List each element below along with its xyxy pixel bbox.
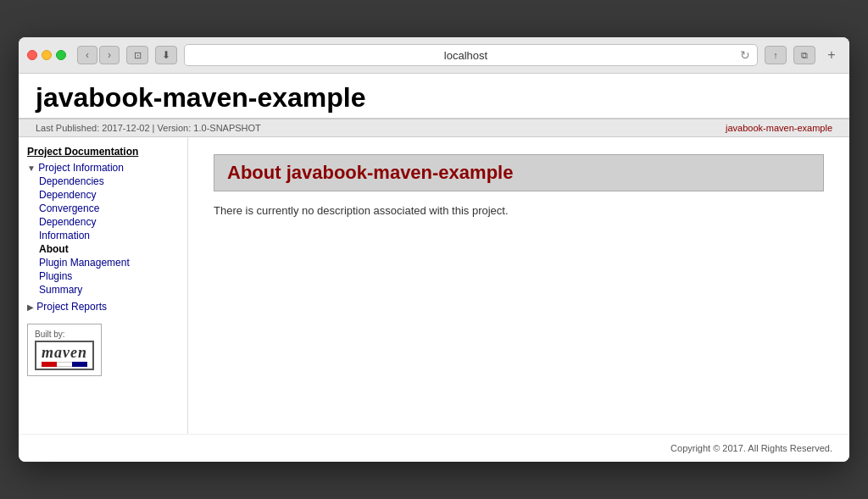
sidebar-item-dependency-2[interactable]: Dependency [39, 215, 179, 229]
sidebar-item-plugins[interactable]: Plugins [39, 269, 179, 283]
sidebar-item-project-reports[interactable]: ▶ Project Reports [27, 300, 179, 313]
sidebar-label-about: About [39, 243, 69, 255]
close-button[interactable] [27, 50, 37, 60]
back-icon: ‹ [86, 49, 89, 61]
maven-stripe [42, 362, 87, 367]
sidebar-link-dependency-1[interactable]: Dependency [39, 189, 96, 201]
sidebar-link-convergence[interactable]: Convergence [39, 202, 99, 214]
sidebar-item-plugin-management[interactable]: Plugin Management [39, 256, 179, 269]
page: javabook-maven-example Last Published: 2… [19, 74, 849, 462]
meta-info: Last Published: 2017-12-02 | Version: 1.… [36, 123, 261, 133]
sidebar-sub-items: Dependencies Dependency Convergence Depe… [39, 175, 179, 297]
tree-arrow-right: ▶ [27, 302, 34, 312]
sidebar-item-about[interactable]: About [39, 242, 179, 256]
tab-view-button[interactable]: ⊡ [126, 46, 148, 64]
sidebar-item-project-info[interactable]: ▼ Project Information [27, 161, 179, 175]
share-icon: ↑ [773, 50, 778, 60]
browser-window: ‹ › ⊡ ⬇ ↻ ↑ ⧉ + javabook-maven-example [19, 37, 849, 462]
address-bar[interactable] [192, 49, 740, 62]
content-description: There is currently no description associ… [214, 204, 824, 217]
address-bar-container: ↻ [184, 44, 758, 66]
sidebar-item-dependency-1[interactable]: Dependency [39, 188, 179, 202]
sidebar: Project Documentation ▼ Project Informat… [19, 137, 188, 434]
content-area: About javabook-maven-example There is cu… [188, 137, 849, 434]
sidebar-link-plugin-management[interactable]: Plugin Management [39, 257, 130, 269]
share-button[interactable]: ↑ [765, 46, 787, 64]
maven-badge-label: Built by: [35, 330, 94, 339]
sidebar-link-project-info[interactable]: Project Information [38, 162, 124, 174]
minimize-button[interactable] [42, 50, 52, 60]
duplicate-icon: ⧉ [801, 50, 808, 61]
reload-button[interactable]: ↻ [740, 48, 750, 62]
maven-logo: maven [35, 341, 94, 370]
add-tab-button[interactable]: + [822, 46, 841, 64]
content-heading: About javabook-maven-example [214, 154, 824, 191]
sidebar-section-title: Project Documentation [27, 146, 179, 158]
content-title: About javabook-maven-example [227, 162, 810, 184]
sidebar-link-summary[interactable]: Summary [39, 284, 82, 296]
maximize-button[interactable] [56, 50, 66, 60]
page-footer: Copyright © 2017. All Rights Reserved. [19, 434, 849, 462]
sidebar-link-dependencies[interactable]: Dependencies [39, 175, 104, 187]
sidebar-link-dependency-2[interactable]: Dependency [39, 216, 96, 228]
tab-view-icon: ⊡ [134, 50, 142, 61]
sidebar-link-plugins[interactable]: Plugins [39, 270, 72, 282]
sidebar-item-convergence[interactable]: Convergence [39, 202, 179, 215]
site-meta: Last Published: 2017-12-02 | Version: 1.… [19, 119, 849, 137]
site-header: javabook-maven-example [19, 74, 849, 119]
duplicate-tab-button[interactable]: ⧉ [793, 46, 815, 64]
site-title: javabook-maven-example [36, 82, 832, 114]
sidebar-item-dependencies[interactable]: Dependencies [39, 175, 179, 188]
tree-arrow-down: ▼ [27, 164, 36, 173]
copyright-text: Copyright © 2017. All Rights Reserved. [670, 443, 832, 453]
downloads-button[interactable]: ⬇ [155, 46, 177, 64]
maven-text: maven [42, 344, 87, 362]
site-meta-link[interactable]: javabook-maven-example [726, 123, 832, 133]
traffic-lights [27, 50, 66, 60]
browser-chrome: ‹ › ⊡ ⬇ ↻ ↑ ⧉ + [19, 37, 849, 74]
sidebar-item-summary[interactable]: Summary [39, 283, 179, 297]
sidebar-link-project-reports[interactable]: Project Reports [36, 301, 107, 313]
maven-badge: Built by: maven [27, 324, 102, 376]
sidebar-item-information[interactable]: Information [39, 229, 179, 242]
forward-button[interactable]: › [99, 46, 120, 64]
nav-buttons: ‹ › [77, 46, 120, 64]
sidebar-link-information[interactable]: Information [39, 230, 90, 241]
back-button[interactable]: ‹ [77, 46, 97, 64]
download-icon: ⬇ [162, 49, 170, 61]
forward-icon: › [108, 49, 111, 61]
main-layout: Project Documentation ▼ Project Informat… [19, 137, 849, 434]
